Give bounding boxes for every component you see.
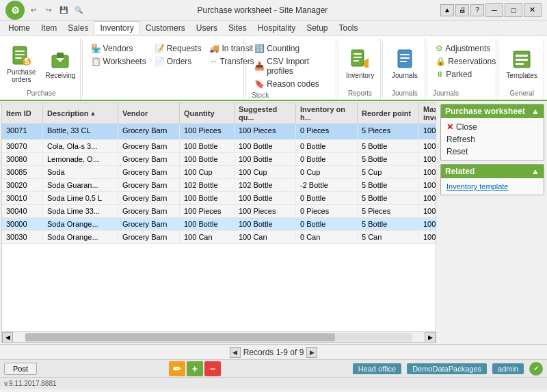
table-row[interactable]: 30085 Soda Grocery Barn 100 Cup 100 Cup … bbox=[2, 166, 436, 179]
scroll-left-button[interactable]: ◀ bbox=[2, 332, 13, 343]
templates-button[interactable]: Templates bbox=[502, 46, 542, 82]
col-header-desc[interactable]: Description ▲ bbox=[43, 103, 118, 124]
menu-sites[interactable]: Sites bbox=[223, 22, 252, 34]
action-buttons: ✏ + − bbox=[169, 361, 221, 376]
edit-button[interactable]: ✏ bbox=[169, 361, 185, 376]
csv-import-icon: 📥 bbox=[254, 61, 265, 71]
vendors-button[interactable]: 🏪 Vendors bbox=[88, 42, 149, 55]
adjustments-button[interactable]: ⚙ Adjustments bbox=[433, 42, 498, 55]
col-header-max[interactable]: Maximum inve... bbox=[419, 103, 436, 124]
receiving-button[interactable]: Receiving bbox=[42, 46, 80, 82]
transfers-icon: ↔ bbox=[209, 57, 217, 66]
menu-home[interactable]: Home bbox=[3, 22, 36, 34]
col-header-reorder[interactable]: Reorder point bbox=[358, 103, 419, 124]
counting-button[interactable]: 🔢 Counting bbox=[252, 42, 332, 55]
orders-button[interactable]: 📄 Orders bbox=[152, 55, 204, 68]
cell-reorder: 5 Bottle bbox=[358, 153, 419, 165]
bottom-bar: Post ✏ + − Head office DemoDataPackages … bbox=[0, 359, 547, 377]
panel-collapse-icon[interactable]: ▲ bbox=[531, 107, 539, 116]
cell-inv-hand: 0 Bottle bbox=[296, 218, 358, 230]
journals-button[interactable]: Journals bbox=[388, 46, 422, 82]
menu-item[interactable]: Item bbox=[36, 22, 62, 34]
reservations-icon: 🔒 bbox=[436, 57, 446, 66]
delete-button[interactable]: − bbox=[204, 361, 221, 376]
table-row[interactable]: 30040 Soda Lime 33... Grocery Barn 100 P… bbox=[2, 205, 436, 218]
redo-icon[interactable]: ↪ bbox=[42, 4, 55, 16]
undo-icon[interactable]: ↩ bbox=[27, 4, 40, 16]
table-row[interactable]: 30071 Bottle, 33 CL Grocery Barn 100 Pie… bbox=[2, 124, 436, 140]
worksheets-button[interactable]: 📋 Worksheets bbox=[88, 55, 149, 68]
nav-next-button[interactable]: ▶ bbox=[306, 347, 317, 358]
related-collapse-icon[interactable]: ▲ bbox=[531, 167, 539, 176]
purchase-orders-button[interactable]: $ Purchaseorders bbox=[3, 42, 40, 86]
close-worksheet-button[interactable]: ✕ Close bbox=[444, 121, 541, 133]
requests-button[interactable]: 📝 Requests bbox=[152, 42, 204, 55]
menu-sales[interactable]: Sales bbox=[62, 22, 94, 34]
svg-text:$: $ bbox=[25, 57, 29, 66]
svg-rect-21 bbox=[516, 63, 524, 65]
nav-help-icon[interactable]: ? bbox=[470, 4, 484, 16]
horizontal-scrollbar[interactable]: ◀ ▶ bbox=[2, 331, 436, 342]
menu-users[interactable]: Users bbox=[191, 22, 223, 34]
cell-max: 100 Can bbox=[419, 231, 436, 243]
nav-prev-button[interactable]: ◀ bbox=[230, 347, 241, 358]
inventory-template-link[interactable]: Inventory template bbox=[444, 181, 541, 192]
save-icon[interactable]: 💾 bbox=[57, 4, 70, 16]
parked-button[interactable]: ⏸ Parked bbox=[433, 68, 498, 81]
inventory-report-button[interactable]: Inventory bbox=[342, 46, 378, 82]
csv-import-button[interactable]: 📥 CSV Import profiles bbox=[252, 55, 332, 77]
nav-print-icon[interactable]: 🖨 bbox=[455, 4, 469, 16]
cell-reorder: 5 Bottle bbox=[358, 218, 419, 230]
col-header-item-id[interactable]: Item ID bbox=[2, 103, 43, 124]
requests-label: Requests bbox=[167, 44, 202, 53]
minimize-button[interactable]: ─ bbox=[485, 3, 503, 17]
menu-hospitality[interactable]: Hospitality bbox=[252, 22, 301, 34]
add-button[interactable]: + bbox=[187, 361, 203, 376]
reservations-button[interactable]: 🔒 Reservations bbox=[433, 55, 498, 68]
search-icon[interactable]: 🔍 bbox=[72, 4, 85, 16]
col-header-inv-hand[interactable]: Inventory on h... bbox=[296, 103, 358, 124]
menu-inventory[interactable]: Inventory bbox=[94, 21, 139, 34]
close-button[interactable]: ✕ bbox=[524, 3, 542, 17]
reset-button[interactable]: Reset bbox=[444, 145, 541, 158]
col-header-sugg[interactable]: Suggested qu... bbox=[235, 103, 296, 124]
adjustments-icon: ⚙ bbox=[436, 44, 443, 53]
cell-vendor: Grocery Barn bbox=[118, 192, 180, 204]
refresh-button[interactable]: Refresh bbox=[444, 133, 541, 145]
reservations-label: Reservations bbox=[448, 57, 496, 66]
table-row[interactable]: 30030 Soda Orange... Grocery Barn 100 Ca… bbox=[2, 231, 436, 244]
vendors-label: Vendors bbox=[103, 44, 133, 53]
cell-inv-hand: 0 Bottle bbox=[296, 153, 358, 165]
scroll-thumb[interactable] bbox=[25, 333, 335, 341]
table-row[interactable]: 30000 Soda Orange... Grocery Barn 100 Bo… bbox=[2, 218, 436, 231]
table-row[interactable]: 30080 Lemonade, O... Grocery Barn 100 Bo… bbox=[2, 153, 436, 166]
post-button[interactable]: Post bbox=[4, 363, 37, 375]
table-row[interactable]: 30010 Soda Lime 0.5 L Grocery Barn 100 B… bbox=[2, 192, 436, 205]
in-transit-icon: 🚚 bbox=[209, 44, 219, 53]
cell-inv-hand: 0 Bottle bbox=[296, 192, 358, 204]
menu-setup[interactable]: Setup bbox=[301, 22, 333, 34]
svg-rect-1 bbox=[15, 51, 25, 52]
menu-tools[interactable]: Tools bbox=[334, 22, 364, 34]
cell-qty: 100 Bottle bbox=[180, 218, 235, 230]
cell-item-id: 30010 bbox=[2, 192, 43, 204]
receiving-icon bbox=[49, 48, 71, 70]
receiving-label: Receiving bbox=[46, 72, 76, 79]
maximize-button[interactable]: □ bbox=[505, 3, 522, 17]
table-row[interactable]: 30070 Cola, Ola-s 3... Grocery Barn 100 … bbox=[2, 140, 436, 153]
svg-rect-3 bbox=[15, 57, 22, 59]
col-header-qty[interactable]: Quantity bbox=[180, 103, 235, 124]
reason-codes-button[interactable]: 🔖 Reason codes bbox=[252, 78, 332, 90]
purchase-worksheet-title: Purchase worksheet bbox=[445, 107, 525, 116]
cell-max: 100 Bottle bbox=[419, 153, 436, 165]
nav-up-icon[interactable]: ▲ bbox=[440, 4, 454, 16]
scroll-track[interactable] bbox=[25, 333, 412, 341]
cell-reorder: 5 Pieces bbox=[358, 124, 419, 139]
menu-customers[interactable]: Customers bbox=[140, 22, 191, 34]
cell-vendor: Grocery Barn bbox=[118, 218, 180, 230]
scroll-right-button[interactable]: ▶ bbox=[425, 332, 436, 343]
ribbon-general-buttons: Templates bbox=[502, 40, 542, 88]
table-row[interactable]: 30020 Soda Guaran... Grocery Barn 102 Bo… bbox=[2, 179, 436, 192]
col-header-vendor[interactable]: Vendor bbox=[118, 103, 180, 124]
cell-desc: Soda Orange... bbox=[43, 218, 118, 230]
